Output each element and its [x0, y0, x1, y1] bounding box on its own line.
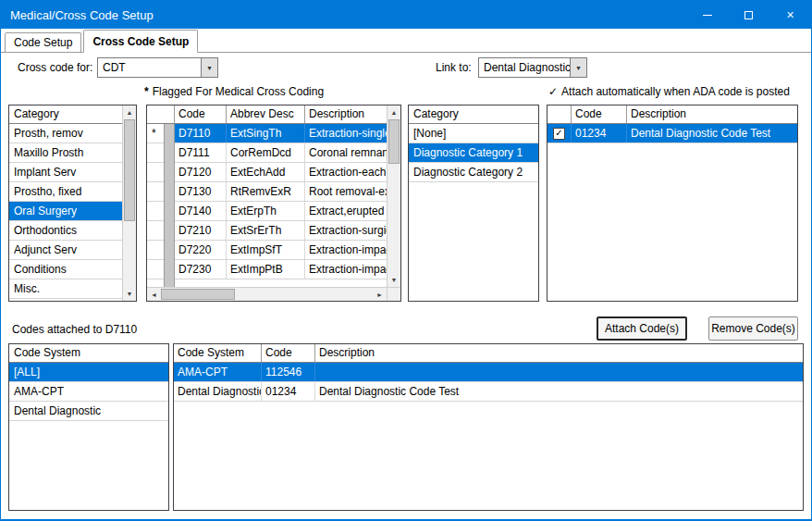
link-category-item-selected[interactable]: Diagnostic Category 1 [409, 143, 538, 163]
scroll-up-icon[interactable]: ▲ [123, 105, 136, 119]
chevron-down-icon[interactable]: ▼ [201, 58, 217, 77]
scrollbar-track[interactable] [161, 288, 373, 301]
maximize-icon [744, 11, 753, 19]
procedure-code-row[interactable]: * D7110 ExtSingTh Extraction-single to [147, 124, 387, 143]
cross-code-for-dropdown[interactable]: CDT ▼ [97, 57, 218, 78]
cross-code-for-label: Cross code for: [18, 57, 92, 78]
flag-cell [147, 163, 164, 181]
scroll-down-icon[interactable]: ▼ [388, 273, 400, 287]
link-to-value: Dental Diagnostic [479, 58, 570, 77]
attach-checkbox[interactable]: ✓ [553, 128, 565, 140]
procedure-code-row[interactable]: D7130 RtRemvExR Root removal-expo [147, 182, 387, 202]
category-item[interactable]: Orthodontics [9, 221, 122, 241]
desc-cell: Extract,erupted th [305, 202, 387, 220]
cross-code-for-value: CDT [98, 58, 201, 77]
attach-codes-button[interactable]: Attach Code(s) [597, 316, 687, 341]
code-cell: 112546 [262, 363, 315, 381]
flag-cell [147, 143, 164, 162]
scrollbar-track[interactable] [388, 119, 400, 273]
description-column-header: Description [315, 344, 803, 362]
scroll-up-icon[interactable]: ▲ [388, 105, 400, 119]
category-item[interactable]: Misc. [9, 279, 122, 299]
code-system-column-header: Code System [9, 344, 168, 363]
checkbox-cell: ✓ [547, 124, 572, 143]
close-button[interactable]: × [769, 1, 811, 29]
desc-cell: Root removal-expo [305, 182, 387, 201]
attached-code-row[interactable]: Dental Diagnostic 01234 Dental Diagnosti… [174, 382, 803, 402]
scrollbar-thumb[interactable] [124, 119, 135, 221]
code-system-column-header: Code System [174, 344, 262, 362]
code-cell: D7120 [175, 163, 227, 181]
flag-cell [147, 221, 164, 240]
desc-cell: Dental Diagnostic Code Test [627, 124, 797, 143]
code-cell: D7110 [175, 124, 227, 143]
code-system-item[interactable]: Dental Diagnostic [9, 402, 168, 421]
codes-horizontal-scrollbar[interactable]: ◄ ► [147, 287, 400, 301]
chevron-down-icon[interactable]: ▼ [570, 58, 586, 77]
code-cell: D7111 [175, 143, 227, 162]
description-column-header: Description [627, 105, 797, 123]
flagged-note: *Flagged For Medical Cross Coding [144, 85, 324, 99]
system-cell: Dental Diagnostic [174, 382, 262, 401]
remove-codes-button[interactable]: Remove Code(s) [708, 316, 798, 341]
category-item[interactable]: Prostho, fixed [9, 182, 122, 202]
code-cell: 01234 [262, 382, 315, 401]
scrollbar-thumb[interactable] [388, 119, 400, 164]
category-item[interactable]: Conditions [9, 260, 122, 279]
titlebar[interactable]: Medical/Cross Code Setup × [1, 1, 811, 29]
link-codes-table: Code Description ✓ 01234 Dental Diagnost… [547, 105, 798, 302]
window-title: Medical/Cross Code Setup [1, 8, 154, 22]
tab-cross-code-setup[interactable]: Cross Code Setup [83, 30, 198, 53]
maximize-button[interactable] [728, 1, 769, 29]
code-column-header: Code [175, 105, 227, 123]
procedure-codes-grid: Code Abbrev Desc Description * D7110 Ext… [146, 105, 401, 302]
procedure-code-row[interactable]: D7230 ExtImpPtB Extraction-impacte [147, 260, 387, 279]
desc-cell: Extraction-single to [305, 124, 387, 143]
procedure-code-row[interactable]: D7140 ExtErpTh Extract,erupted th [147, 202, 387, 221]
minimize-button[interactable] [686, 1, 728, 29]
window-controls: × [686, 1, 811, 29]
flag-column-header [147, 105, 175, 123]
abbrev-cell: ExtEchAdd [227, 163, 305, 181]
procedure-code-row[interactable]: D7220 ExtImpSfT Extraction-impacte [147, 241, 387, 260]
flag-cell [147, 241, 164, 259]
scroll-down-icon[interactable]: ▼ [123, 287, 136, 301]
desc-cell: Extraction-each ad [305, 163, 387, 181]
procedure-category-list: Category Prosth, remov Maxillo Prosth Im… [8, 105, 137, 302]
code-cell: D7210 [175, 221, 227, 240]
code-system-list: Code System [ALL] AMA-CPT Dental Diagnos… [8, 343, 169, 511]
category-scrollbar[interactable]: ▲ ▼ [122, 105, 136, 301]
tab-code-setup[interactable]: Code Setup [5, 32, 81, 52]
abbrev-cell: CorRemDcd [227, 143, 305, 162]
code-system-item[interactable]: AMA-CPT [9, 382, 168, 402]
attach-auto-note-text: Attach automatically when ADA code is po… [561, 85, 790, 98]
category-item[interactable]: Adjunct Serv [9, 241, 122, 260]
link-to-dropdown[interactable]: Dental Diagnostic ▼ [478, 57, 587, 78]
desc-cell: Extraction-impacte [305, 260, 387, 279]
procedure-code-row[interactable]: D7210 ExtSrErTh Extraction-surgica [147, 221, 387, 241]
grid-header-row: Code System Code Description [174, 344, 803, 363]
category-item-selected[interactable]: Oral Surgery [9, 202, 122, 221]
scroll-right-icon[interactable]: ► [373, 288, 387, 301]
category-item[interactable]: Maxillo Prosth [9, 143, 122, 163]
attached-code-row[interactable]: AMA-CPT 112546 [174, 363, 803, 382]
link-category-item[interactable]: Diagnostic Category 2 [409, 163, 538, 182]
scrollbar-track[interactable] [123, 119, 136, 287]
scroll-left-icon[interactable]: ◄ [147, 288, 161, 301]
code-system-item-selected[interactable]: [ALL] [9, 363, 168, 382]
scrollbar-thumb[interactable] [161, 289, 235, 300]
codes-attached-label: Codes attached to D7110 [12, 319, 137, 340]
check-icon: ✓ [548, 85, 558, 98]
category-item[interactable]: Prosth, remov [9, 124, 122, 143]
procedure-code-row[interactable]: D7120 ExtEchAdd Extraction-each ad [147, 163, 387, 182]
checkbox-column-header [547, 105, 572, 123]
abbrev-cell: ExtImpSfT [227, 241, 305, 259]
category-item[interactable]: Implant Serv [9, 163, 122, 182]
desc-cell: Extraction-impacte [305, 241, 387, 259]
link-category-item[interactable]: [None] [409, 124, 538, 143]
codes-vertical-scrollbar[interactable]: ▲ ▼ [387, 105, 400, 287]
link-to-label: Link to: [436, 57, 472, 78]
desc-cell: Coronal remnants [305, 143, 387, 162]
procedure-code-row[interactable]: D7111 CorRemDcd Coronal remnants [147, 143, 387, 163]
link-code-row[interactable]: ✓ 01234 Dental Diagnostic Code Test [547, 124, 797, 143]
